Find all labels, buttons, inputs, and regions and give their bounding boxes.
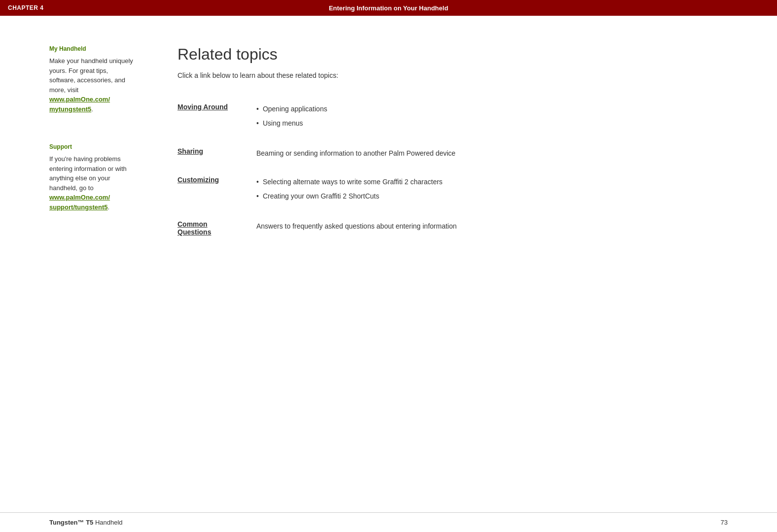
bullet-item: Opening applications: [256, 103, 738, 115]
topic-link-cell: Sharing: [177, 143, 256, 164]
bullet-item: Selecting alternate ways to write some G…: [256, 176, 738, 188]
topic-desc-cell: Answers to frequently asked questions ab…: [256, 216, 738, 240]
content-area: Related topics Click a link below to lea…: [148, 45, 777, 512]
topics-table: Moving AroundOpening applicationsUsing m…: [177, 99, 738, 240]
footer-brand: Tungsten™ T5 Handheld: [49, 519, 123, 526]
topic-desc-cell: Opening applicationsUsing menus: [256, 99, 738, 135]
topic-link-cell: Moving Around: [177, 99, 256, 135]
sidebar-support-title: Support: [49, 143, 133, 150]
footer-brand-name: Tungsten™ T5: [49, 519, 93, 526]
topic-desc-cell: Selecting alternate ways to write some G…: [256, 172, 738, 208]
desc-text: Beaming or sending information to anothe…: [256, 147, 738, 160]
table-row: CustomizingSelecting alternate ways to w…: [177, 172, 738, 208]
my-handheld-link[interactable]: www.palmOne.com/mytungstent5: [49, 96, 110, 113]
sidebar-support-body: If you're having problems entering infor…: [49, 154, 133, 212]
sidebar-support: Support If you're having problems enteri…: [49, 143, 133, 212]
topic-link[interactable]: Sharing: [177, 147, 203, 155]
header-bar: CHAPTER 4 Entering Information on Your H…: [0, 0, 777, 16]
page-subtitle: Click a link below to learn about these …: [177, 71, 738, 79]
bullet-item: Creating your own Graffiti 2 ShortCuts: [256, 190, 738, 202]
footer-brand-suffix: Handheld: [93, 519, 122, 526]
topic-link[interactable]: Moving Around: [177, 103, 228, 111]
sidebar-my-handheld-body: Make your handheld uniquely yours. For g…: [49, 56, 133, 114]
sidebar: My Handheld Make your handheld uniquely …: [0, 45, 148, 512]
spacer-row: [177, 135, 738, 143]
spacer-row: [177, 208, 738, 216]
table-row: Moving AroundOpening applicationsUsing m…: [177, 99, 738, 135]
footer: Tungsten™ T5 Handheld 73: [0, 512, 777, 532]
sidebar-my-handheld-title: My Handheld: [49, 45, 133, 52]
footer-page-number: 73: [721, 519, 728, 526]
table-row: SharingBeaming or sending information to…: [177, 143, 738, 164]
sidebar-my-handheld: My Handheld Make your handheld uniquely …: [49, 45, 133, 114]
bullet-item: Using menus: [256, 117, 738, 130]
chapter-label: CHAPTER 4: [8, 4, 44, 11]
support-link[interactable]: www.palmOne.com/support/tungstent5: [49, 194, 110, 211]
table-row: CommonQuestionsAnswers to frequently ask…: [177, 216, 738, 240]
spacer-row: [177, 164, 738, 172]
header-page-title: Entering Information on Your Handheld: [329, 4, 448, 12]
topic-desc-cell: Beaming or sending information to anothe…: [256, 143, 738, 164]
desc-text: Answers to frequently asked questions ab…: [256, 220, 738, 233]
page-title: Related topics: [177, 45, 738, 64]
topic-link-cell: CommonQuestions: [177, 216, 256, 240]
topic-link-cell: Customizing: [177, 172, 256, 208]
topic-link[interactable]: CommonQuestions: [177, 220, 211, 236]
main-content: My Handheld Make your handheld uniquely …: [0, 16, 777, 512]
topic-link[interactable]: Customizing: [177, 176, 219, 184]
